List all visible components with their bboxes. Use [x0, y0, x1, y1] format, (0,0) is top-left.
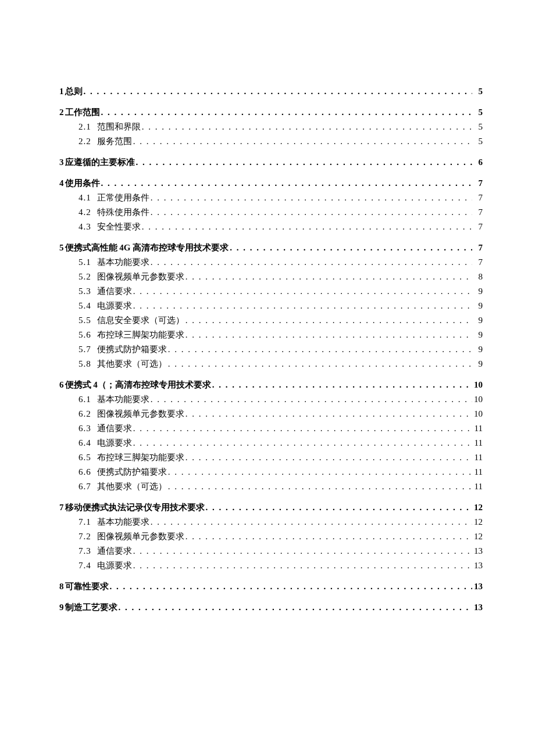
toc-leader-dots — [167, 468, 472, 476]
toc-entry-number: 6.1 — [79, 395, 91, 404]
toc-leader-dots — [141, 123, 472, 131]
toc-entry-title: 安全性要求 — [97, 223, 141, 231]
toc-leader-dots — [149, 258, 472, 267]
toc-entry-number: 5.5 — [79, 316, 91, 325]
toc-entry-page: 5 — [472, 137, 483, 146]
toc-entry-title: 正常使用条件 — [97, 194, 149, 202]
toc-leader-dots — [132, 424, 472, 433]
toc-leader-dots — [167, 345, 472, 354]
toc-entry-number: 5.8 — [79, 360, 91, 368]
toc-leader-dots — [100, 179, 473, 188]
toc-leader-dots — [132, 287, 472, 296]
toc-entry-number: 4.1 — [79, 194, 91, 202]
toc-leader-dots — [167, 360, 472, 368]
toc-entry-number: 4.2 — [79, 208, 91, 217]
toc-entry-page: 9 — [472, 331, 483, 339]
toc-leader-dots — [132, 439, 472, 447]
toc-entry-number: 8 — [59, 582, 64, 591]
toc-entry: 8可靠性要求13 — [59, 582, 483, 591]
toc-entry-title: 基本功能要求 — [97, 395, 149, 404]
toc-entry: 2工作范围5 — [59, 108, 483, 117]
toc-entry: 5便携式高性能 4G 高清布控球专用技术要求7 — [59, 243, 483, 252]
toc-entry-page: 5 — [472, 108, 483, 117]
toc-entry-number: 4 — [59, 179, 64, 188]
toc-entry-title: 使用条件 — [65, 179, 100, 188]
toc-leader-dots — [135, 158, 473, 167]
toc-entry-number: 2.2 — [79, 137, 91, 146]
toc-entry-title: 便携式防护箱要求 — [97, 345, 167, 354]
toc-leader-dots — [141, 223, 472, 231]
toc-entry-number: 7.3 — [79, 547, 91, 556]
toc-entry-page: 11 — [472, 468, 483, 476]
toc-entry-title: 服务范围 — [97, 137, 132, 146]
toc-entry-number: 6 — [59, 381, 64, 389]
toc-entry-title: 便携式 4（；高清布控球专用技术要求 — [65, 381, 211, 389]
toc-entry-number: 3 — [59, 158, 64, 167]
toc-entry-number: 7.2 — [79, 532, 91, 541]
toc-entry-title: 图像视频单元参数要求 — [97, 273, 184, 281]
toc-entry-title: 图像视频单元参数要求 — [97, 532, 184, 541]
toc-entry-page: 13 — [472, 582, 483, 591]
toc-leader-dots — [132, 547, 472, 556]
toc-entry: 6.6便携式防护箱要求11 — [79, 468, 483, 476]
toc-entry-number: 5 — [59, 243, 64, 252]
toc-entry-number: 5.4 — [79, 302, 91, 310]
toc-entry-title: 范围和界限 — [97, 123, 141, 131]
toc-leader-dots — [184, 410, 472, 418]
toc-entry-title: 布控球三脚架功能要求 — [97, 331, 184, 339]
toc-entry-number: 5.7 — [79, 345, 91, 354]
toc-entry-page: 7 — [472, 179, 483, 188]
toc-leader-dots — [149, 208, 472, 217]
toc-entry: 5.1基本功能要求7 — [79, 258, 483, 267]
toc-entry-number: 6.4 — [79, 439, 91, 447]
toc-entry-number: 2.1 — [79, 123, 91, 131]
toc-entry-number: 5.2 — [79, 273, 91, 281]
toc-entry-page: 9 — [472, 345, 483, 354]
toc-entry-page: 10 — [472, 381, 483, 389]
toc-page: 1总则52工作范围52.1范围和界限52.2服务范围53应遵循的主要标准64使用… — [0, 0, 535, 707]
toc-entry-title: 制造工艺要求 — [65, 603, 117, 612]
toc-entry: 6.2图像视频单元参数要求10 — [79, 410, 483, 418]
toc-entry-page: 10 — [472, 410, 483, 418]
toc-leader-dots — [132, 137, 472, 146]
toc-entry: 4.2特殊使用条件7 — [79, 208, 483, 217]
toc-entry: 6.7其他要求（可选）11 — [79, 482, 483, 491]
toc-entry-title: 电源要求 — [97, 561, 132, 570]
toc-leader-dots — [184, 316, 472, 325]
toc-entry-page: 11 — [472, 482, 483, 491]
toc-entry: 6便携式 4（；高清布控球专用技术要求10 — [59, 381, 483, 389]
toc-leader-dots — [117, 603, 473, 612]
toc-entry-title: 便携式高性能 4G 高清布控球专用技术要求 — [65, 243, 229, 252]
toc-entry: 7.4电源要求13 — [79, 561, 483, 570]
toc-entry: 5.7便携式防护箱要求9 — [79, 345, 483, 354]
toc-entry: 2.1范围和界限5 — [79, 123, 483, 131]
toc-leader-dots — [184, 453, 472, 462]
toc-entry: 7.1基本功能要求12 — [79, 518, 483, 526]
toc-entry: 6.1基本功能要求10 — [79, 395, 483, 404]
toc-leader-dots — [132, 561, 472, 570]
toc-leader-dots — [229, 243, 472, 252]
toc-entry-number: 5.1 — [79, 258, 91, 267]
toc-entry-page: 9 — [472, 287, 483, 296]
toc-entry-title: 可靠性要求 — [65, 582, 109, 591]
toc-entry-page: 12 — [472, 518, 483, 526]
toc-entry-page: 5 — [472, 87, 483, 96]
toc-entry-number: 7.4 — [79, 561, 91, 570]
toc-entry-page: 11 — [472, 453, 483, 462]
toc-leader-dots — [167, 482, 472, 491]
toc-entry-number: 2 — [59, 108, 64, 117]
toc-entry-number: 6.5 — [79, 453, 91, 462]
toc-entry-page: 7 — [472, 208, 483, 217]
toc-entry: 7.3通信要求13 — [79, 547, 483, 556]
toc-entry: 5.6布控球三脚架功能要求9 — [79, 331, 483, 339]
toc-entry-number: 5.6 — [79, 331, 91, 339]
toc-entry-title: 基本功能要求 — [97, 258, 149, 267]
toc-leader-dots — [149, 194, 472, 202]
toc-leader-dots — [184, 532, 472, 541]
toc-leader-dots — [211, 381, 472, 389]
toc-entry: 4.3安全性要求7 — [79, 223, 483, 231]
toc-entry-page: 6 — [472, 158, 483, 167]
toc-entry: 5.3通信要求9 — [79, 287, 483, 296]
toc-entry-page: 7 — [472, 243, 483, 252]
toc-entry-title: 信息安全要求（可选） — [97, 316, 184, 325]
